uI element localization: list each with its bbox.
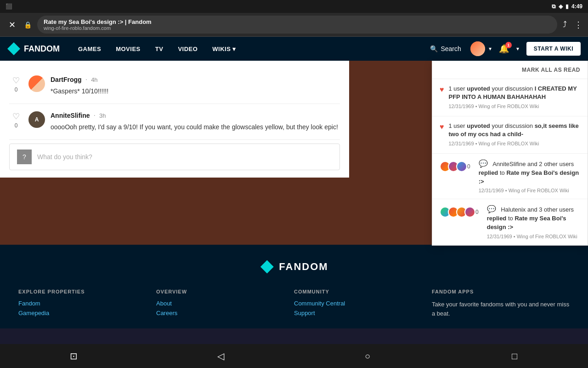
reply-placeholder[interactable]: What do you think? bbox=[37, 153, 92, 161]
comment-author-1[interactable]: DartFrogg bbox=[51, 76, 82, 83]
comment-item: ♡ 0 DartFrogg · 4h *Gaspers* 10/10!!!!!! bbox=[9, 68, 340, 104]
notif-date-3: 12/31/1969 bbox=[479, 188, 504, 193]
status-bar: ⬛ ⧉ ◈ ▮ 4:49 bbox=[0, 0, 588, 13]
comment-like-1: ♡ 0 bbox=[9, 75, 23, 96]
footer-link-about[interactable]: About bbox=[156, 300, 294, 307]
nav-links: GAMES MOVIES TV VIDEO WIKIS ▾ bbox=[71, 37, 424, 61]
notif-text-3-pre: AnniteSlifine and 2 other users bbox=[492, 161, 574, 167]
comment-text-1: *Gaspers* 10/10!!!!!! bbox=[51, 86, 340, 96]
wifi-icon: ◈ bbox=[559, 3, 563, 10]
nav-tv[interactable]: TV bbox=[148, 37, 171, 61]
comment-notif-icon-3: 💬 bbox=[479, 160, 488, 167]
notif-wiki-1: Wing of Fire ROBLOX Wiki bbox=[479, 104, 539, 109]
nav-video[interactable]: VIDEO bbox=[170, 37, 205, 61]
page-title: Rate my Sea Boi's design :> | Fandom bbox=[44, 18, 551, 25]
heart-notif-icon-2: ♥ bbox=[440, 123, 444, 131]
notif-text-4-mid: to bbox=[506, 215, 514, 222]
footer-col-apps: FANDOM APPS Take your favorite fandoms w… bbox=[432, 289, 570, 319]
nav-movies[interactable]: MOVIES bbox=[108, 37, 148, 61]
footer-columns: EXPLORE PROPERTIES Fandom Gamepedia OVER… bbox=[18, 289, 570, 319]
browser-chrome: ✕ 🔒 Rate my Sea Boi's design :> | Fandom… bbox=[0, 13, 588, 37]
page-domain: wing-of-fire-roblo.fandom.com bbox=[44, 25, 551, 31]
nav-games[interactable]: GAMES bbox=[71, 37, 108, 61]
browser-close-button[interactable]: ✕ bbox=[6, 18, 18, 31]
footer-link-community-central[interactable]: Community Central bbox=[294, 300, 432, 307]
footer: FANDOM EXPLORE PROPERTIES Fandom Gameped… bbox=[0, 245, 588, 328]
start-wiki-button[interactable]: START A WIKI bbox=[526, 42, 581, 56]
share-icon[interactable]: ⤴ bbox=[563, 20, 567, 29]
chevron-down-icon: ▾ bbox=[232, 46, 236, 52]
reply-box[interactable]: ? What do you think? bbox=[9, 144, 340, 170]
notif-chevron-icon[interactable]: ▾ bbox=[516, 46, 519, 52]
notif-item-2[interactable]: ♥ 1 user upvoted your discussion so,it s… bbox=[432, 116, 588, 154]
like-count-2: 0 bbox=[15, 122, 18, 129]
notif-item-4[interactable]: 0 💬 Halutenix and 3 other users replied … bbox=[432, 199, 588, 245]
comment-body-1: DartFrogg · 4h *Gaspers* 10/10!!!!!! bbox=[51, 75, 340, 96]
footer-link-gamepedia[interactable]: Gamepedia bbox=[18, 310, 156, 316]
notif-meta-3: 12/31/1969 • Wing of Fire ROBLOX Wiki bbox=[479, 188, 580, 193]
nav-wikis[interactable]: WIKIS ▾ bbox=[205, 37, 243, 61]
footer-col-explore-title: EXPLORE PROPERTIES bbox=[18, 289, 156, 294]
notif-text-2-mid: your discussion bbox=[490, 122, 535, 129]
bottom-navigation: ⊡ ◁ ○ □ bbox=[0, 344, 588, 368]
search-button[interactable]: 🔍 Search bbox=[424, 42, 466, 55]
footer-col-explore: EXPLORE PROPERTIES Fandom Gamepedia bbox=[18, 289, 156, 319]
comment-item-2: ♡ 0 A AnniteSlifine · 3h ooooOoh pretty,… bbox=[9, 104, 340, 140]
footer-link-fandom[interactable]: Fandom bbox=[18, 300, 156, 307]
notif-text-4-pre: Halutenix and 3 other users bbox=[501, 206, 574, 213]
notif-wiki-2: Wing of Fire ROBLOX Wiki bbox=[479, 141, 539, 146]
like-count-1: 0 bbox=[15, 86, 18, 93]
mark-all-read-button[interactable]: MARK ALL AS READ bbox=[522, 67, 580, 73]
footer-logo: FANDOM bbox=[18, 259, 570, 274]
notif-text-1-pre: 1 user bbox=[449, 85, 467, 92]
avatar-chevron-icon[interactable]: ▾ bbox=[489, 46, 492, 52]
fandom-logo[interactable]: FANDOM bbox=[7, 42, 60, 55]
browser-lock-icon: 🔒 bbox=[24, 21, 32, 29]
bottom-app-icon[interactable]: ⊡ bbox=[62, 347, 85, 365]
notif-avatars-3 bbox=[440, 161, 464, 172]
fandom-navbar: FANDOM GAMES MOVIES TV VIDEO WIKIS ▾ 🔍 S… bbox=[0, 37, 588, 61]
bottom-recents-button[interactable]: □ bbox=[503, 347, 526, 365]
comment-like-2: ♡ 0 bbox=[9, 111, 23, 132]
notif-action-3: replied bbox=[479, 169, 498, 176]
footer-link-support[interactable]: Support bbox=[294, 310, 432, 316]
notif-action-2: upvoted bbox=[467, 122, 490, 129]
fandom-logo-text: FANDOM bbox=[24, 44, 60, 54]
comment-header-2: AnniteSlifine · 3h bbox=[51, 111, 340, 120]
notif-meta-1: 12/31/1969 • Wing of Fire ROBLOX Wiki bbox=[449, 103, 581, 110]
notif-meta-4: 12/31/1969 • Wing of Fire ROBLOX Wiki bbox=[487, 234, 580, 239]
like-icon-1[interactable]: ♡ bbox=[12, 75, 20, 86]
footer-apps-text: Take your favorite fandoms with you and … bbox=[432, 300, 570, 318]
notif-item-3[interactable]: 0 💬 AnniteSlifine and 2 other users repl… bbox=[432, 154, 588, 200]
footer-link-careers[interactable]: Careers bbox=[156, 310, 294, 316]
footer-col-community-title: COMMUNITY bbox=[294, 289, 432, 294]
notifications-button[interactable]: 🔔 1 bbox=[495, 42, 513, 56]
time-display: 4:49 bbox=[571, 3, 582, 10]
notif-date-1: 12/31/1969 bbox=[449, 104, 474, 109]
footer-col-apps-title: FANDOM APPS bbox=[432, 289, 570, 294]
search-label: Search bbox=[441, 45, 461, 52]
notif-header: MARK ALL AS READ bbox=[432, 61, 588, 79]
footer-col-overview-title: OVERVIEW bbox=[156, 289, 294, 294]
notif-meta-2: 12/31/1969 • Wing of Fire ROBLOX Wiki bbox=[449, 140, 581, 147]
comment-author-2[interactable]: AnniteSlifine bbox=[51, 112, 90, 119]
notif-body-3: AnniteSlifine and 2 other users replied … bbox=[479, 161, 579, 185]
bottom-back-button[interactable]: ◁ bbox=[209, 347, 232, 365]
notif-wiki-4: Wing of Fire ROBLOX Wiki bbox=[517, 234, 577, 239]
comment-avatar-1 bbox=[28, 75, 45, 92]
notif-date-4: 12/31/1969 bbox=[487, 234, 512, 239]
footer-col-overview: OVERVIEW About Careers bbox=[156, 289, 294, 319]
url-bar[interactable]: Rate my Sea Boi's design :> | Fandom win… bbox=[37, 16, 557, 34]
bottom-home-button[interactable]: ○ bbox=[356, 347, 379, 365]
screen-record-icon: ⬛ bbox=[6, 3, 12, 10]
notif-action-1: upvoted bbox=[467, 85, 490, 92]
menu-dots-icon[interactable]: ⋮ bbox=[574, 20, 582, 30]
notif-date-2: 12/31/1969 bbox=[449, 141, 474, 146]
notification-panel: MARK ALL AS READ ♥ 1 user upvoted your d… bbox=[432, 61, 588, 246]
user-avatar[interactable] bbox=[470, 41, 485, 56]
like-icon-2[interactable]: ♡ bbox=[12, 111, 20, 121]
comment-header-1: DartFrogg · 4h bbox=[51, 75, 340, 84]
search-icon: 🔍 bbox=[430, 45, 438, 52]
notif-text-3-mid: to bbox=[498, 169, 506, 176]
notif-item-1[interactable]: ♥ 1 user upvoted your discussion I CREAT… bbox=[432, 79, 588, 116]
